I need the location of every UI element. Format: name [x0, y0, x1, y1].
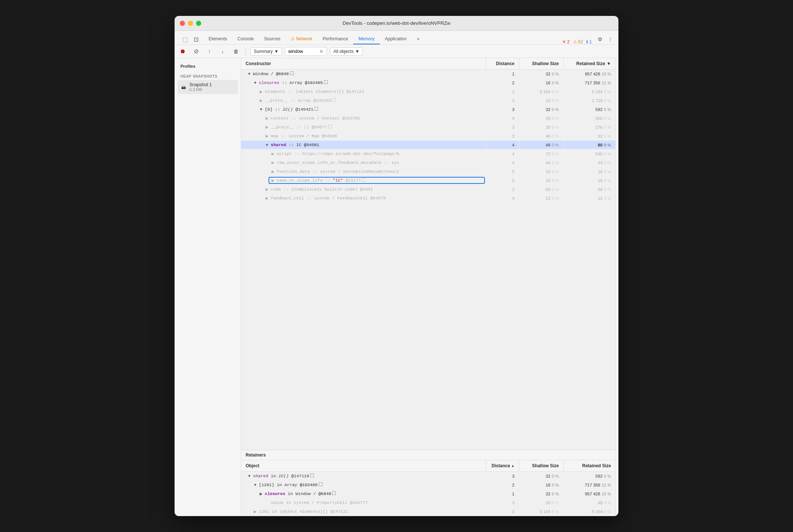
td-distance: 3	[486, 472, 519, 480]
td-shallow: 320 %	[519, 105, 564, 114]
main-content: Profiles HEAP SNAPSHOTS 📸 Snapshot 1 6.3…	[175, 58, 618, 516]
tab-memory[interactable]: Memory	[353, 34, 379, 44]
expand-icon[interactable]: ▶	[259, 98, 263, 103]
error-x-icon: ✕	[562, 39, 566, 44]
table-row[interactable]: ▶ value in system / PropertyCell @103777…	[241, 498, 615, 507]
tab-network[interactable]: ⚠ Network	[286, 34, 317, 44]
table-row[interactable]: ▼ closures :: Array @102465 2 160 % 717 …	[241, 78, 615, 87]
retainers-section: Retainers Object Distance▲ Shallow Size …	[241, 450, 615, 516]
maximize-button[interactable]	[196, 21, 201, 26]
filter-container[interactable]: ✕	[285, 47, 327, 56]
expand-icon[interactable]: ▶	[265, 196, 269, 201]
td-shallow: 200 %	[519, 498, 564, 507]
table-row-selected[interactable]: ▼ shared :: lC @54581 4 480 % 800 %	[241, 141, 615, 149]
expand-icon[interactable]: ▶	[265, 134, 269, 138]
constructor-table-body[interactable]: ▼ Window / @6849 1 320 % 957 42815 %	[241, 70, 615, 450]
clear-button[interactable]: ⊘	[191, 46, 201, 57]
expand-icon[interactable]: ▶	[259, 90, 263, 94]
expand-icon[interactable]: ▶	[271, 161, 275, 165]
table-row[interactable]: ▶ __proto__ :: () @54577 3 280 % 2760 %	[241, 123, 615, 132]
expand-icon[interactable]: ▼	[265, 143, 269, 147]
expand-icon[interactable]: ▶	[265, 116, 269, 121]
warning-icon: ⚠	[291, 36, 295, 41]
td-distance: 4	[486, 141, 519, 149]
traffic-lights	[180, 21, 201, 26]
td-retained: 717 35611 %	[564, 481, 615, 489]
settings-icon[interactable]: ⚙	[595, 34, 605, 44]
td-constructor: ▶ function_data :: system / UncompiledDa…	[241, 167, 486, 176]
heap-snapshots-title: HEAP SNAPSHOTS	[178, 73, 238, 80]
expand-icon[interactable]: ▶	[253, 509, 257, 514]
table-row[interactable]: ▶ 1201 in (object elements)[] @147121 3 …	[241, 507, 615, 516]
expand-icon[interactable]: ▶	[271, 169, 275, 174]
table-row-outlined[interactable]: ▶ name_or_scope_info :: "lC" @15177 5 16…	[241, 176, 615, 185]
td-retained: 480 %	[564, 498, 615, 507]
td-retained: 5920 %	[564, 105, 615, 114]
tab-elements[interactable]: Elements	[203, 34, 232, 44]
td-constructor: ▶ name_or_scope_info :: "lC" @15177	[241, 176, 486, 185]
expand-icon[interactable]: ▶	[265, 187, 269, 192]
expand-icon[interactable]: ▶	[259, 492, 263, 496]
expand-icon[interactable]: ▼	[247, 474, 252, 478]
objects-dropdown[interactable]: All objects ▼	[330, 47, 363, 55]
load-button[interactable]: ↓	[217, 46, 228, 57]
more-menu-icon[interactable]: ⋮	[605, 34, 615, 44]
td-shallow: 600 %	[519, 185, 564, 193]
td-shallow: 120 %	[519, 194, 564, 202]
tab-console[interactable]: Console	[232, 34, 259, 44]
expand-icon[interactable]: ▼	[247, 72, 252, 76]
tab-more[interactable]: »	[412, 34, 425, 44]
table-row[interactable]: ▼ [0] :: lC() @145421 3 320 % 5920 %	[241, 105, 615, 114]
expand-icon[interactable]: ▶	[271, 152, 275, 156]
retainers-table-body[interactable]: ▼ shared in lC() @147119 3 320 % 5920 %	[241, 472, 615, 516]
warning-triangle-icon: ⚠	[573, 39, 577, 44]
table-row[interactable]: ▶ feedback_cell :: system / FeedbackCell…	[241, 194, 615, 203]
scrollbar[interactable]	[615, 58, 618, 516]
td-distance: 4	[486, 194, 519, 202]
td-retained: 957 42815 %	[564, 489, 615, 498]
td-retained: 800 %	[564, 141, 615, 149]
devtools-window: DevTools - codepen.io/web-dot-dev/live/o…	[175, 16, 618, 516]
collect-garbage-button[interactable]: 🗑	[231, 46, 241, 57]
snapshot1-item[interactable]: 📸 Snapshot 1 6.3 MB	[178, 80, 238, 94]
td-constructor: ▶ elements :: (object elements)[] @14712…	[241, 87, 486, 96]
device-icon[interactable]: ⊡	[191, 34, 201, 44]
td-retained: 1 7280 %	[564, 96, 615, 105]
td-object: ▼ [1201] in Array @102465	[241, 481, 486, 489]
td-object: ▶ closures in Window / @6849	[241, 489, 486, 498]
take-snapshot-button[interactable]: ↑	[204, 46, 215, 57]
record-button[interactable]: ⏺	[178, 46, 188, 57]
expand-icon[interactable]: ▶	[265, 125, 269, 129]
table-row[interactable]: ▶ closures in Window / @6849 1 320 % 957…	[241, 489, 615, 498]
summary-dropdown[interactable]: Summary ▼	[250, 47, 282, 55]
expand-icon[interactable]: ▼	[259, 107, 263, 112]
filter-input[interactable]	[288, 49, 318, 54]
expand-icon[interactable]: ▶	[271, 178, 275, 183]
close-button[interactable]	[180, 21, 185, 26]
tab-performance[interactable]: Performance	[317, 34, 353, 44]
table-row[interactable]: ▶ raw_outer_scope_info_or_feedback_metad…	[241, 158, 615, 167]
box-icon	[314, 107, 318, 111]
table-row[interactable]: ▶ function_data :: system / UncompiledDa…	[241, 167, 615, 176]
table-row[interactable]: ▶ elements :: (object elements)[] @14712…	[241, 87, 615, 96]
table-row[interactable]: ▼ Window / @6849 1 320 % 957 42815 %	[241, 70, 615, 78]
td-distance: 3	[486, 507, 519, 516]
tab-application[interactable]: Application	[380, 34, 412, 44]
td-distance: 4	[486, 149, 519, 158]
expand-icon[interactable]: ▼	[253, 81, 257, 85]
expand-icon[interactable]: ▼	[253, 483, 257, 487]
inspect-icon[interactable]: ⬚	[180, 34, 190, 44]
table-row[interactable]: ▶ map :: system / Map @54585 3 400 % 920…	[241, 132, 615, 141]
minimize-button[interactable]	[188, 21, 193, 26]
table-row[interactable]: ▶ __proto__ :: Array @145193 3 160 % 1 7…	[241, 96, 615, 105]
td-distance: 2	[486, 481, 519, 489]
table-row[interactable]: ▶ context :: system / Context @153701 4 …	[241, 114, 615, 123]
filter-clear-button[interactable]: ✕	[319, 48, 324, 54]
td-shallow: 5 1640 %	[519, 507, 564, 516]
table-row[interactable]: ▶ script :: https://cdpn.io/web-dot-dev/…	[241, 149, 615, 158]
table-row[interactable]: ▼ [1201] in Array @102465 2 160 % 717 35…	[241, 481, 615, 489]
table-row[interactable]: ▼ shared in lC() @147119 3 320 % 5920 %	[241, 472, 615, 481]
tab-sources[interactable]: Sources	[259, 34, 286, 44]
table-row[interactable]: ▶ code :: (CompileLazy builtin code) @19…	[241, 185, 615, 194]
main-panel: Constructor Distance Shallow Size Retain…	[241, 58, 615, 516]
